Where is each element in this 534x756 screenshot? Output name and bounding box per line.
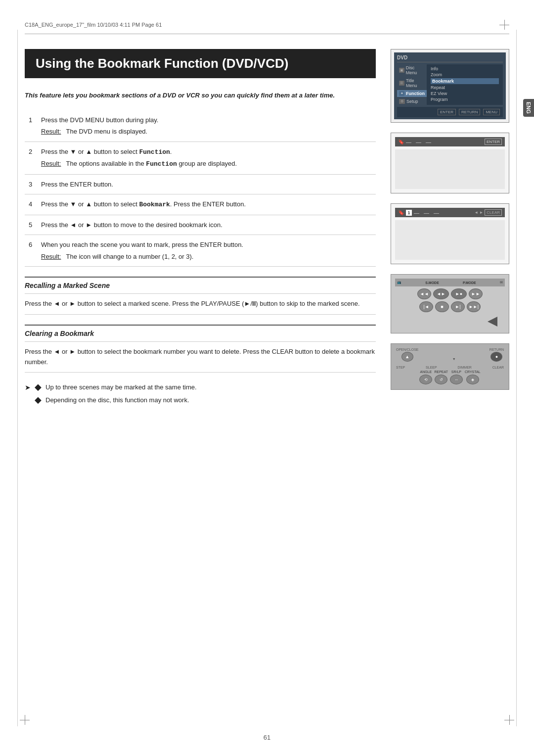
result-label: Result: bbox=[41, 159, 61, 169]
rewind-button[interactable]: ◄◄ bbox=[417, 288, 431, 299]
main-layout: Using the Bookmark Function (DVD/VCD) Th… bbox=[25, 49, 509, 412]
repeat-button[interactable]: ↺ bbox=[435, 375, 447, 384]
full-remote-row1: ANGLE ⟲ REPEAT ↺ SR/LP ↔ CRYSTAL ◈ bbox=[394, 370, 506, 384]
steps-table: 1 Press the DVD MENU button during play.… bbox=[25, 110, 376, 267]
table-row: 5 Press the ◄ or ► button to move to the… bbox=[25, 215, 376, 235]
step-content: When you reach the scene you want to mar… bbox=[37, 235, 376, 267]
dvd-menu-panel: DVD ▣ Disc Menu ☰ Title Menu bbox=[391, 49, 509, 123]
forward-slow-button[interactable]: ►● bbox=[451, 288, 467, 299]
page-number: 61 bbox=[264, 734, 270, 741]
bookmark-number: 1 bbox=[406, 210, 412, 216]
table-row: 4 Press the ▼ or ▲ button to select Book… bbox=[25, 194, 376, 215]
step-content: Press the ENTER button. bbox=[37, 174, 376, 194]
step-number: 1 bbox=[25, 110, 37, 142]
clear-body: Press the ◄ or ► button to select the bo… bbox=[25, 347, 376, 373]
page-title: Using the Bookmark Function (DVD/VCD) bbox=[36, 56, 365, 71]
table-row: 1 Press the DVD MENU button during play.… bbox=[25, 110, 376, 142]
clear-title: Clearing a Bookmark bbox=[25, 325, 376, 342]
skip-forward-button[interactable]: ►| bbox=[451, 301, 465, 312]
arrow-indicator bbox=[485, 314, 500, 329]
recall-title: Recalling a Marked Scene bbox=[25, 277, 376, 294]
intro-text: This feature lets you bookmark sections … bbox=[25, 91, 376, 100]
full-remote-panel[interactable]: OPEN/CLOSE ▲ ▼ RETURN ● STEPSLEEPDIMMERC… bbox=[391, 343, 509, 390]
remote-top-bar: 📺 S.MODE P.MODE ✉ bbox=[395, 279, 505, 286]
right-column: DVD ▣ Disc Menu ☰ Title Menu bbox=[391, 49, 509, 412]
page-container: ENG C18A_ENG_europe_17"_film 10/10/03 4:… bbox=[0, 0, 534, 756]
step-content: Press the ▼ or ▲ button to select Functi… bbox=[37, 142, 376, 174]
left-margin bbox=[17, 30, 18, 726]
stop-button[interactable]: ■ bbox=[435, 301, 449, 312]
step-number: 3 bbox=[25, 174, 37, 194]
return-button[interactable]: ● bbox=[490, 352, 502, 362]
result-text: The icon will change to a number (1, 2, … bbox=[66, 252, 193, 262]
next-button[interactable]: ►►| bbox=[467, 301, 481, 312]
bookmark-empty-panel: 🔖 — — — ENTER bbox=[391, 133, 509, 193]
bullet-icon: ◆ bbox=[35, 382, 42, 391]
step-result: Result: The options available in the Fun… bbox=[41, 159, 372, 169]
step-content: Press the DVD MENU button during play. R… bbox=[37, 110, 376, 142]
table-row: 6 When you reach the scene you want to m… bbox=[25, 235, 376, 267]
full-remote-top: OPEN/CLOSE ▲ ▼ RETURN ● bbox=[394, 347, 506, 363]
note-text: Up to three scenes may be marked at the … bbox=[45, 382, 197, 392]
table-row: 3 Press the ENTER button. bbox=[25, 174, 376, 194]
skip-back-button[interactable]: |◄ bbox=[419, 301, 433, 312]
result-text: The options available in the Function gr… bbox=[66, 159, 237, 169]
step-number: 2 bbox=[25, 142, 37, 174]
step-result: Result: The DVD menu is displayed. bbox=[41, 127, 372, 137]
right-margin bbox=[516, 30, 517, 726]
bookmark-numbered-panel: 🔖 1 — — — ◄ ► CLEAR bbox=[391, 203, 509, 264]
step-number: 4 bbox=[25, 194, 37, 215]
bookmark-top-bar: 🔖 — — — ENTER bbox=[395, 137, 505, 146]
note-text: Depending on the disc, this function may… bbox=[45, 395, 189, 405]
open-close-button[interactable]: ▲ bbox=[401, 352, 413, 362]
step-number: 6 bbox=[25, 235, 37, 267]
bottom-right-crosshair bbox=[504, 715, 514, 726]
crystal-button[interactable]: ◈ bbox=[466, 375, 479, 384]
note-item: ◆ Up to three scenes may be marked at th… bbox=[35, 382, 197, 392]
page-title-box: Using the Bookmark Function (DVD/VCD) bbox=[25, 49, 376, 78]
step-number: 5 bbox=[25, 215, 37, 235]
recall-body: Press the ◄ or ► button to select a mark… bbox=[25, 299, 376, 315]
header-crosshair bbox=[499, 20, 509, 30]
left-column: Using the Bookmark Function (DVD/VCD) Th… bbox=[25, 49, 376, 412]
eng-badge: ENG bbox=[523, 99, 534, 117]
result-label: Result: bbox=[41, 127, 61, 137]
dvd-label: DVD bbox=[397, 55, 407, 60]
result-label: Result: bbox=[41, 252, 61, 262]
clear-section: Clearing a Bookmark Press the ◄ or ► but… bbox=[25, 325, 376, 373]
angle-button[interactable]: ⟲ bbox=[419, 375, 432, 384]
srlp-button[interactable]: ↔ bbox=[450, 375, 463, 384]
remote-buttons-row2: |◄ ■ ►| ►►| bbox=[395, 301, 505, 312]
file-info: C18A_ENG_europe_17"_film 10/10/03 4:11 P… bbox=[25, 22, 162, 28]
step-content: Press the ◄ or ► button to move to the d… bbox=[37, 215, 376, 235]
table-row: 2 Press the ▼ or ▲ button to select Func… bbox=[25, 142, 376, 174]
recall-section: Recalling a Marked Scene Press the ◄ or … bbox=[25, 277, 376, 315]
fast-forward-button[interactable]: ►► bbox=[469, 288, 483, 299]
notes-section: ➤ ◆ Up to three scenes may be marked at … bbox=[25, 382, 376, 408]
header-bar: C18A_ENG_europe_17"_film 10/10/03 4:11 P… bbox=[25, 20, 509, 34]
bullet-icon: ◆ bbox=[35, 395, 42, 404]
step-content: Press the ▼ or ▲ button to select Bookma… bbox=[37, 194, 376, 215]
bottom-left-crosshair bbox=[20, 715, 30, 726]
step-result: Result: The icon will change to a number… bbox=[41, 252, 372, 262]
triangle-right-icon: ➤ bbox=[25, 383, 31, 391]
result-text: The DVD menu is displayed. bbox=[66, 127, 147, 137]
bookmark-num-bar: 🔖 1 — — — ◄ ► CLEAR bbox=[395, 208, 505, 217]
remote-playback-panel[interactable]: 📺 S.MODE P.MODE ✉ ◄◄ ◄► ►● ►► |◄ ■ ►| ►►… bbox=[391, 274, 509, 333]
play-slow-button[interactable]: ◄► bbox=[433, 288, 449, 299]
remote-buttons-row1: ◄◄ ◄► ►● ►► bbox=[395, 288, 505, 299]
note-item: ◆ Depending on the disc, this function m… bbox=[35, 395, 197, 405]
